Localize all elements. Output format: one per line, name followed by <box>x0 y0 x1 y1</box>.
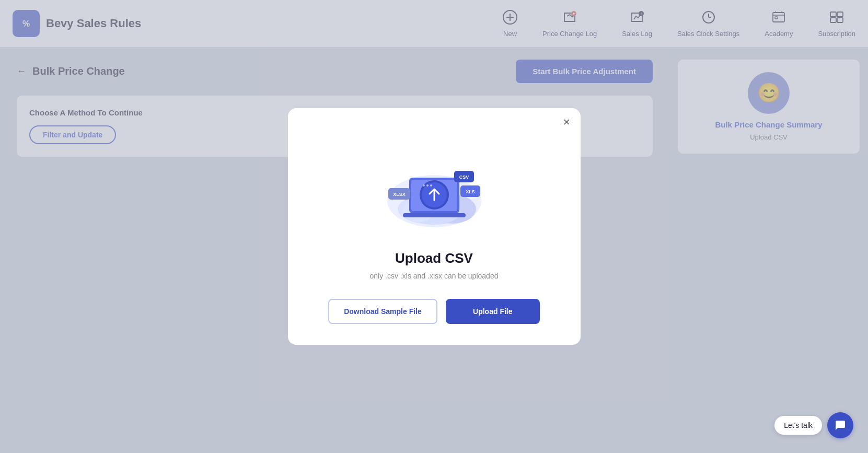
upload-illustration: CSV XLS XLSX <box>377 133 492 238</box>
svg-text:CSV: CSV <box>459 175 469 180</box>
chat-label: Let's talk <box>774 416 822 435</box>
upload-file-button[interactable]: Upload File <box>446 299 540 324</box>
chat-button[interactable] <box>827 412 853 438</box>
modal-title: Upload CSV <box>395 250 473 266</box>
modal-close-button[interactable]: × <box>563 117 570 128</box>
upload-csv-modal: × <box>288 108 581 345</box>
modal-actions: Download Sample File Upload File <box>309 299 560 324</box>
svg-point-40 <box>426 184 429 187</box>
svg-text:XLSX: XLSX <box>393 192 406 197</box>
svg-text:XLS: XLS <box>466 189 475 194</box>
svg-point-39 <box>423 184 425 187</box>
svg-rect-30 <box>403 213 466 217</box>
chat-widget: Let's talk <box>774 412 853 438</box>
modal-subtitle: only .csv .xls and .xlsx can be uploaded <box>370 272 499 280</box>
svg-point-41 <box>430 184 432 187</box>
download-sample-button[interactable]: Download Sample File <box>328 299 437 324</box>
modal-overlay: × <box>0 0 868 453</box>
